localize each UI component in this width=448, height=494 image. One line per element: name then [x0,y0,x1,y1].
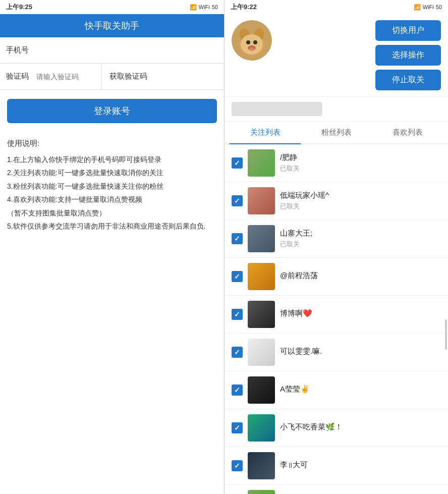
item-name-7: A莹莹✌️ [280,385,441,394]
profile-avatar [232,20,272,61]
item-avatar-8 [248,414,275,442]
right-time: 上午9:22 [231,3,257,12]
right-panel: 上午9:22 📶 WiFi 50 [224,0,448,494]
item-info-5: 博博啊❤️ [280,309,441,320]
item-avatar-5 [248,301,275,328]
item-avatar-9 [248,452,275,479]
left-status-icons: 📶 WiFi 50 [190,4,218,11]
checkbox-3[interactable] [232,233,243,244]
tab-fans-list[interactable]: 粉丝列表 [301,122,372,143]
item-info-7: A莹莹✌️ [280,385,441,396]
item-info-8: 小飞不吃香菜🌿！ [280,422,441,433]
item-name-1: /肥静 [280,153,441,162]
list-item: 山寨大王; 已取关 [225,220,448,258]
instructions: 使用说明: 1.在上方输入你快手绑定的手机号码即可接码登录 2.关注列表功能:可… [0,132,224,237]
left-header: 快手取关助手 [0,14,224,37]
phone-label: 手机号 [6,45,36,55]
instruction-1: 1.在上方输入你快手绑定的手机号码即可接码登录 [7,153,217,167]
svg-point-5 [246,40,250,44]
profile-section: 切换用户 选择操作 停止取关 [225,14,448,97]
item-name-4: @前程浩荡 [280,271,441,281]
item-status-1: 已取关 [280,164,441,173]
list-item: 博博啊❤️ [225,296,448,334]
item-avatar-4 [248,263,275,290]
stop-unfollow-button[interactable]: 停止取关 [375,70,441,90]
username-area [225,102,448,122]
item-info-4: @前程浩荡 [280,271,441,282]
list-item: 可以雯雯.嘛. [225,334,448,371]
tabs-section: 关注列表 粉丝列表 喜欢列表 [225,122,448,144]
login-button[interactable]: 登录账号 [7,99,217,123]
item-status-3: 已取关 [280,240,441,249]
instruction-4: 4.喜欢列表功能:支持一键批量取消点赞视频（暂不支持图集批量取消点赞） [7,193,217,219]
verify-row: 验证码 获取验证码 [0,64,224,90]
form-section: 手机号 验证码 获取验证码 登录账号 使用说明: 1.在上方输入你快手绑定的手机… [0,37,224,494]
list-item: @前程浩荡 [225,258,448,296]
svg-point-6 [253,40,257,44]
list-item: 小飞不吃香菜🌿！ [225,409,448,447]
svg-point-8 [249,48,254,51]
item-name-9: 李॥大可 [280,460,441,470]
item-avatar-6 [248,339,275,366]
item-info-9: 李॥大可 [280,460,441,471]
list-item: 低端玩家小瑶^ 已取关 [225,182,448,220]
item-avatar-7 [248,376,275,404]
verify-label-area: 验证码 [0,72,101,81]
item-avatar-1 [248,149,275,177]
left-time: 上午9:25 [6,3,32,12]
svg-point-4 [241,34,263,54]
select-action-button[interactable]: 选择操作 [375,45,441,66]
left-panel: 上午9:25 📶 WiFi 50 快手取关助手 手机号 验证码 获取验证码 登录… [0,0,224,494]
instructions-title: 使用说明: [7,136,217,151]
item-info-3: 山寨大王; 已取关 [280,229,441,249]
item-info-2: 低端玩家小瑶^ 已取关 [280,191,441,211]
item-avatar-3 [248,225,275,252]
left-status-bar: 上午9:25 📶 WiFi 50 [0,0,224,14]
checkbox-9[interactable] [232,460,243,471]
list-wrapper: /肥静 已取关 低端玩家小瑶^ 已取关 山寨大王; 已取关 [225,144,448,494]
item-name-5: 博博啊❤️ [280,309,441,318]
checkbox-5[interactable] [232,309,243,320]
checkbox-2[interactable] [232,195,243,206]
list-item: 自带光环的飞.. [225,485,448,494]
tab-follow-list[interactable]: 关注列表 [230,122,301,144]
item-avatar-2 [248,187,275,214]
follow-list: /肥静 已取关 低端玩家小瑶^ 已取关 山寨大王; 已取关 [225,144,448,494]
instruction-5: 5.软件仅供参考交流学习请勿用于非法和商业用途否则后果自负. [7,219,217,233]
username-bar [232,102,322,116]
list-item: A莹莹✌️ [225,371,448,409]
get-code-button[interactable]: 获取验证码 [101,64,155,90]
checkbox-4[interactable] [232,271,243,282]
item-info-6: 可以雯雯.嘛. [280,347,441,358]
phone-input[interactable] [36,46,218,54]
list-item: 李॥大可 [225,447,448,485]
right-status-icons: 📶 WiFi 50 [414,4,442,11]
checkbox-7[interactable] [232,385,243,396]
list-item: /肥静 已取关 [225,144,448,182]
item-name-2: 低端玩家小瑶^ [280,191,441,200]
scrollbar[interactable] [445,319,447,350]
item-status-2: 已取关 [280,202,441,211]
checkbox-6[interactable] [232,347,243,358]
item-name-8: 小飞不吃香菜🌿！ [280,422,441,432]
instruction-3: 3.粉丝列表功能:可一键多选批量快速关注你的粉丝 [7,180,217,193]
instruction-2: 2.关注列表功能:可一键多选批量快速取消你的关注 [7,166,217,180]
right-status-bar: 上午9:22 📶 WiFi 50 [225,0,448,14]
phone-row: 手机号 [0,37,224,64]
verify-label: 验证码 [6,72,36,81]
item-name-6: 可以雯雯.嘛. [280,347,441,356]
item-avatar-10 [248,490,275,494]
switch-user-button[interactable]: 切换用户 [375,20,441,41]
checkbox-8[interactable] [232,422,243,433]
item-name-3: 山寨大王; [280,229,441,238]
tab-likes-list[interactable]: 喜欢列表 [372,122,443,143]
checkbox-1[interactable] [232,157,243,169]
app-title: 快手取关助手 [85,20,139,32]
action-buttons: 切换用户 选择操作 停止取关 [375,20,441,90]
item-info-1: /肥静 已取关 [280,153,441,173]
